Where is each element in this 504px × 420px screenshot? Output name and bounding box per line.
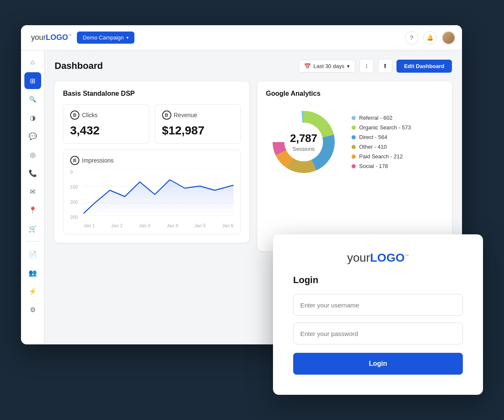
page-title: Dashboard — [55, 60, 299, 71]
users-icon: 👥 — [29, 269, 37, 277]
sidebar-item-users[interactable]: 👥 — [24, 264, 41, 281]
nav-icons: ? 🔔 — [405, 31, 455, 45]
password-input[interactable] — [293, 323, 463, 344]
chart-body — [84, 169, 234, 220]
legend-dot-paid — [352, 155, 356, 159]
revenue-metric: B Revenue $12,987 — [155, 104, 241, 144]
impressions-label: Impressions — [82, 157, 113, 164]
login-title: Login — [293, 275, 463, 286]
sidebar-item-dashboard[interactable]: ⊞ — [24, 72, 41, 89]
chevron-down-icon: ▾ — [126, 35, 129, 40]
donut-label: Sessions — [293, 146, 315, 152]
cards-row: Basis Standalone DSP B Clicks 3,432 — [55, 81, 452, 251]
impressions-card: B Impressions 200 200 100 0 — [63, 150, 241, 234]
sidebar-item-home[interactable]: ⌂ — [24, 54, 41, 71]
columns-button[interactable]: ⫶ — [360, 59, 374, 73]
legend-referral: Referral - 602 — [352, 115, 411, 121]
nav-logo: yourLOGO™ — [31, 33, 72, 42]
login-modal: yourLOGO™ Login Login — [273, 234, 483, 395]
home-icon: ⌂ — [31, 58, 35, 66]
clicks-label-row: B Clicks — [70, 110, 142, 120]
impressions-chart: 200 200 100 0 — [70, 169, 234, 228]
sidebar-divider — [26, 241, 39, 242]
top-nav: yourLOGO™ Demo Campaign ▾ ? 🔔 — [21, 25, 462, 50]
chart-y-labels: 200 200 100 0 — [70, 169, 82, 220]
phone-icon: 📞 — [29, 169, 37, 177]
gear-icon: ⚙ — [30, 306, 36, 314]
sidebar-item-document[interactable]: 📄 — [24, 246, 41, 262]
legend-social: Social - 178 — [352, 163, 411, 169]
sidebar-item-search[interactable]: 🔍 — [24, 91, 41, 108]
share-icon: ⬆ — [383, 63, 388, 69]
sidebar-item-location[interactable]: 📍 — [24, 202, 41, 218]
donut-row: 2,787 Sessions Referral - 602 — [266, 104, 444, 180]
cart-icon: 🛒 — [29, 225, 37, 233]
notification-button[interactable]: 🔔 — [423, 31, 437, 45]
login-button[interactable]: Login — [293, 353, 463, 375]
sidebar-item-plugin[interactable]: ⚡ — [24, 283, 41, 299]
bell-icon: 🔔 — [427, 34, 433, 41]
share-button[interactable]: ⬆ — [378, 59, 392, 73]
basis-icon-revenue: B — [162, 110, 171, 120]
clicks-metric: B Clicks 3,432 — [63, 104, 149, 144]
search-icon: 🔍 — [29, 96, 36, 102]
username-input[interactable] — [293, 294, 463, 316]
header-actions: 📅 Last 30 days ▾ ⫶ ⬆ Edit Dashboard — [299, 59, 452, 73]
sidebar-item-phone[interactable]: 📞 — [24, 165, 41, 181]
pie-icon: ◑ — [30, 114, 36, 122]
sidebar-item-email[interactable]: ✉ — [24, 183, 41, 200]
clicks-label: Clicks — [82, 112, 97, 118]
legend-dot-social — [352, 164, 356, 168]
chat-icon: 💬 — [29, 132, 37, 140]
donut-chart: 2,787 Sessions — [266, 104, 341, 180]
sidebar-item-targeting[interactable]: ◎ — [24, 146, 41, 163]
revenue-label: Revenue — [174, 112, 197, 118]
basis-icon-clicks: B — [70, 110, 79, 120]
sidebar-item-comments[interactable]: 💬 — [24, 128, 41, 144]
document-icon: 📄 — [29, 250, 37, 258]
target-icon: ◎ — [30, 151, 36, 159]
calendar-icon: 📅 — [304, 63, 311, 69]
legend-dot-other — [352, 145, 356, 149]
chevron-down-icon: ▾ — [347, 63, 350, 69]
legend-organic: Organic Search - 573 — [352, 124, 411, 131]
email-icon: ✉ — [30, 188, 35, 196]
donut-total: 2,787 — [290, 132, 317, 145]
dsp-card-title: Basis Standalone DSP — [63, 90, 241, 97]
dsp-card: Basis Standalone DSP B Clicks 3,432 — [55, 81, 249, 243]
revenue-value: $12,987 — [162, 124, 234, 137]
edit-dashboard-button[interactable]: Edit Dashboard — [396, 60, 452, 73]
legend-dot-referral — [352, 116, 356, 120]
date-range-button[interactable]: 📅 Last 30 days ▾ — [299, 60, 355, 73]
donut-center: 2,787 Sessions — [290, 132, 317, 152]
line-chart-svg — [84, 169, 234, 220]
dashboard-header: Dashboard 📅 Last 30 days ▾ ⫶ ⬆ — [55, 59, 452, 73]
analytics-card-title: Google Analytics — [266, 90, 444, 97]
grid-icon: ⊞ — [30, 77, 35, 85]
avatar[interactable] — [442, 31, 455, 45]
columns-icon: ⫶ — [365, 63, 368, 69]
help-button[interactable]: ? — [405, 31, 418, 45]
login-logo: yourLOGO™ — [293, 251, 463, 265]
clicks-value: 3,432 — [70, 124, 142, 137]
legend: Referral - 602 Organic Search - 573 Dire… — [352, 115, 411, 169]
plugin-icon: ⚡ — [29, 287, 37, 295]
sidebar-item-chart[interactable]: ◑ — [24, 109, 41, 126]
legend-direct: Direct - 564 — [352, 134, 411, 140]
sidebar: ⌂ ⊞ 🔍 ◑ 💬 ◎ 📞 — [21, 50, 45, 344]
basis-icon-impressions: B — [70, 156, 79, 165]
sidebar-item-settings[interactable]: ⚙ — [24, 301, 41, 318]
metrics-grid: B Clicks 3,432 B Revenue $12,987 — [63, 104, 241, 144]
sidebar-item-cart[interactable]: 🛒 — [24, 220, 41, 237]
impressions-label-row: B Impressions — [70, 156, 234, 165]
legend-dot-organic — [352, 126, 356, 130]
legend-other: Other - 410 — [352, 144, 411, 150]
chart-x-labels: Jan 1 Jan 2 Jan 3 Jan 4 Jan 5 Jan 6 — [84, 223, 234, 228]
location-icon: 📍 — [29, 206, 37, 214]
analytics-card: Google Analytics — [257, 81, 452, 251]
legend-paid: Paid Search - 212 — [352, 153, 411, 160]
legend-dot-direct — [352, 135, 356, 139]
revenue-label-row: B Revenue — [162, 110, 234, 120]
campaign-button[interactable]: Demo Campaign ▾ — [77, 32, 134, 44]
